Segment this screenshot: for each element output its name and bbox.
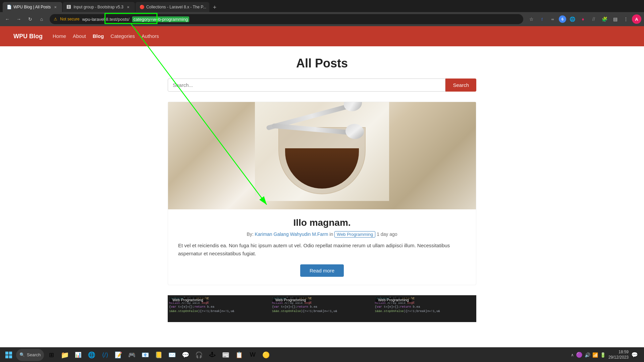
app-icon-8[interactable]: 🎧 xyxy=(193,349,205,361)
sidebar-icon[interactable]: ▤ xyxy=(610,14,620,24)
clock[interactable]: 18:59 29/12/2023 xyxy=(608,350,629,360)
extension-icon-5[interactable]: ♦ xyxy=(578,14,588,24)
extension-icon-3[interactable]: 6 xyxy=(559,15,566,23)
bookmark-star-icon[interactable]: ☆ xyxy=(527,14,536,24)
chrome-icon[interactable]: 🌐 xyxy=(86,349,98,361)
search-button[interactable]: Search xyxy=(445,79,476,92)
tab-1[interactable]: 📄 WPU Blog | All Posts ✕ xyxy=(3,2,62,12)
home-button[interactable]: ⌂ xyxy=(37,14,46,24)
app-icon-10[interactable]: 📰 xyxy=(220,349,232,361)
post-excerpt: Et vel et reiciendis ea. Non fuga hic ip… xyxy=(178,242,466,258)
app-icon-7[interactable]: 💬 xyxy=(179,349,192,361)
app-icon-3[interactable]: 🎮 xyxy=(126,349,138,361)
tab-3[interactable]: 🔴 Collections - Laravel 8.x - The P... ✕ xyxy=(136,2,209,12)
thumbnail-1[interactable]: :echange",H),e.attachE nction Array Date… xyxy=(168,295,271,322)
nav-about[interactable]: About xyxy=(73,33,86,39)
page-title: All Posts xyxy=(168,56,476,70)
tab-2[interactable]: 🅱 Input group - Bootstrap v5.3 ✕ xyxy=(63,2,135,12)
app-icon-1[interactable]: 📊 xyxy=(72,349,84,361)
notification-icon[interactable]: 💬 xyxy=(631,352,638,358)
nav-blog[interactable]: Blog xyxy=(93,33,104,39)
nav-categories[interactable]: Categories xyxy=(111,33,135,39)
tab-title-3: Collections - Laravel 8.x - The P... xyxy=(146,5,206,9)
address-bar[interactable]: ⚠ Not secure wpu-laravel-8.test/posts/ca… xyxy=(50,14,523,24)
tab-close-2[interactable]: ✕ xyxy=(125,4,131,10)
post-author-link[interactable]: Kariman Galang Wahyudin M.Farm xyxy=(255,231,328,237)
tray-icon-2[interactable]: 🔊 xyxy=(585,352,590,358)
tab-close-3[interactable]: ✕ xyxy=(208,4,209,10)
post-meta-prefix: By: xyxy=(247,231,255,237)
taskbar-search-button[interactable]: 🔍 Search xyxy=(16,349,44,361)
nav-links: Home About Blog Categories Authors xyxy=(53,33,159,39)
tray-icon-3[interactable]: 📶 xyxy=(592,352,598,358)
nav-home[interactable]: Home xyxy=(53,33,66,39)
back-button[interactable]: ← xyxy=(3,14,12,24)
profile-avatar[interactable]: A xyxy=(632,14,641,24)
page-wrapper: 📄 WPU Blog | All Posts ✕ 🅱 Input group -… xyxy=(0,0,644,362)
current-date: 29/12/2023 xyxy=(608,355,629,360)
app-icon-11[interactable]: 📋 xyxy=(233,349,245,361)
extensions-icon[interactable]: 🧩 xyxy=(600,14,609,24)
browser-tabs: 📄 WPU Blog | All Posts ✕ 🅱 Input group -… xyxy=(0,0,644,12)
extension-icon-1[interactable]: f xyxy=(537,14,547,24)
refresh-button[interactable]: ↻ xyxy=(25,14,35,24)
tray-icon-4[interactable]: 🔋 xyxy=(600,352,606,358)
svg-rect-5 xyxy=(5,355,8,358)
new-tab-button[interactable]: + xyxy=(210,3,219,12)
taskbar-search-label: Search xyxy=(27,352,41,357)
post-meta-in: in xyxy=(329,231,334,237)
tray-icon-1[interactable]: 🟣 xyxy=(576,352,583,358)
vscode-icon[interactable]: ⟨/⟩ xyxy=(99,349,111,361)
toolbar-icons: ☆ f ∞ 6 🌐 ♦ // 🧩 ▤ ⋮ A xyxy=(527,14,641,24)
task-view-icon[interactable]: ⊞ xyxy=(45,349,57,361)
tab-favicon-1: 📄 xyxy=(7,5,11,9)
taskbar: 🔍 Search ⊞ 📁 📊 🌐 ⟨/⟩ 📝 🎮 📧 📒 ✉️ 💬 🎧 🕹 📰 … xyxy=(0,347,644,362)
extension-icon-6[interactable]: // xyxy=(589,14,598,24)
svg-rect-6 xyxy=(9,355,12,358)
tab-close-1[interactable]: ✕ xyxy=(53,4,58,10)
thumbnail-2[interactable]: :echange",H),e.attachE nction Array Date… xyxy=(271,295,374,322)
extension-icon-2[interactable]: ∞ xyxy=(548,14,557,24)
file-explorer-icon[interactable]: 📁 xyxy=(59,349,71,361)
start-button[interactable] xyxy=(3,349,15,361)
browser-chrome: 📄 WPU Blog | All Posts ✕ 🅱 Input group -… xyxy=(0,0,644,26)
thumbnail-label-1: Web Programming xyxy=(170,297,206,303)
app-icon-5[interactable]: 📒 xyxy=(153,349,165,361)
app-icon-9[interactable]: 🕹 xyxy=(206,349,218,361)
post-body: Illo magnam. By: Kariman Galang Wahyudin… xyxy=(168,209,476,285)
svg-rect-3 xyxy=(5,352,8,355)
read-more-button[interactable]: Read more xyxy=(300,264,344,277)
tab-title-1: WPU Blog | All Posts xyxy=(13,5,51,9)
show-hidden-icon[interactable]: ∧ xyxy=(571,353,574,357)
system-tray-icons: ∧ 🟣 🔊 📶 🔋 xyxy=(571,352,606,358)
app-icon-12[interactable]: W xyxy=(247,349,259,361)
thumbnail-3[interactable]: :echange",H),e.attachE nction Array Date… xyxy=(373,295,476,322)
url-prefix: wpu-laravel-8.test/posts/ xyxy=(82,17,129,22)
app-icon-6[interactable]: ✉️ xyxy=(166,349,178,361)
post-title: Illo magnam. xyxy=(178,217,466,228)
search-bar: Search xyxy=(168,79,476,92)
featured-post: Illo magnam. By: Kariman Galang Wahyudin… xyxy=(168,102,476,285)
tab-title-2: Input group - Bootstrap v5.3 xyxy=(73,5,123,9)
menu-icon[interactable]: ⋮ xyxy=(621,14,631,24)
app-icon-13[interactable]: 🟡 xyxy=(260,349,272,361)
forward-button[interactable]: → xyxy=(14,14,23,24)
post-time: 1 day ago xyxy=(377,231,397,237)
search-icon: 🔍 xyxy=(19,352,25,357)
nav-authors[interactable]: Authors xyxy=(142,33,159,39)
svg-rect-4 xyxy=(9,352,12,355)
post-meta: By: Kariman Galang Wahyudin M.Farm in We… xyxy=(178,231,466,237)
featured-image xyxy=(168,102,476,209)
url-highlight: category=web-programming xyxy=(132,16,189,22)
post-category-badge[interactable]: Web Programming xyxy=(334,231,375,238)
search-input[interactable] xyxy=(168,79,445,92)
taskbar-icons: 🔍 Search ⊞ 📁 📊 🌐 ⟨/⟩ 📝 🎮 📧 📒 ✉️ 💬 🎧 🕹 📰 … xyxy=(16,349,272,361)
thumbnails-row: :echange",H),e.attachE nction Array Date… xyxy=(168,295,476,322)
app-icon-4[interactable]: 📧 xyxy=(139,349,151,361)
thumbnail-label-2: Web Programming xyxy=(273,297,309,303)
current-time: 18:59 xyxy=(608,350,629,355)
site-brand[interactable]: WPU Blog xyxy=(13,33,43,40)
app-icon-2[interactable]: 📝 xyxy=(112,349,124,361)
extension-icon-4[interactable]: 🌐 xyxy=(568,14,577,24)
warning-text: Not secure xyxy=(60,17,79,21)
